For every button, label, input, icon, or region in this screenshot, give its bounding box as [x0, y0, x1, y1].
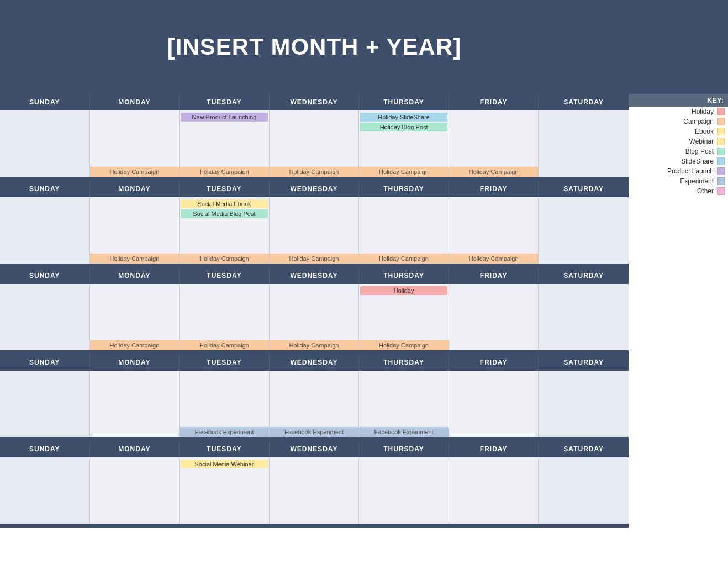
day-cell: Holiday Campaign: [449, 197, 539, 264]
campaign-bottom-bar: Holiday Campaign: [270, 167, 359, 177]
day-cell: Holiday Campaign: [270, 110, 360, 177]
key-color-swatch: [717, 118, 725, 125]
week-day-headers: SUNDAYMONDAYTUESDAYWEDNESDAYTHURSDAYFRID…: [0, 354, 629, 371]
day-cell: [0, 371, 90, 437]
day-cell: [0, 197, 90, 264]
day-header: TUESDAY: [180, 94, 270, 110]
key-item: Campaign: [629, 117, 728, 127]
event-tag: Social Media Ebook: [181, 199, 268, 208]
day-header: MONDAY: [90, 181, 180, 197]
day-cell: [539, 197, 629, 264]
day-header: FRIDAY: [449, 181, 539, 197]
day-cell: Facebook Experiment: [180, 371, 270, 437]
day-header: TUESDAY: [180, 181, 270, 197]
key-items: HolidayCampaignEbookWebinarBlog PostSlid…: [629, 107, 728, 528]
key-item: Holiday: [629, 107, 728, 117]
campaign-bottom-bar: Facebook Experiment: [359, 427, 449, 437]
campaign-bottom-bar: Holiday Campaign: [270, 340, 359, 350]
day-header: FRIDAY: [449, 94, 539, 110]
day-header: SATURDAY: [539, 94, 629, 110]
day-header: FRIDAY: [449, 354, 539, 371]
week-day-headers: SUNDAYMONDAYTUESDAYWEDNESDAYTHURSDAYFRID…: [0, 441, 629, 457]
week-row: Facebook ExperimentFacebook ExperimentFa…: [0, 371, 629, 439]
campaign-bottom-bar: Holiday Campaign: [90, 340, 180, 350]
day-header: MONDAY: [90, 441, 180, 457]
day-cell: [449, 284, 539, 350]
day-cell: Holiday Campaign: [270, 284, 360, 350]
day-header: SATURDAY: [539, 354, 629, 371]
day-header: SATURDAY: [539, 181, 629, 197]
campaign-bottom-bar: Holiday Campaign: [449, 254, 539, 264]
day-cell: Holiday Campaign: [90, 284, 180, 350]
day-header: THURSDAY: [359, 181, 449, 197]
day-header: SUNDAY: [0, 267, 90, 284]
day-cell: New Product LaunchingHoliday Campaign: [180, 110, 270, 177]
day-cell: Holiday SlideShareHoliday Blog PostHolid…: [359, 110, 449, 177]
day-header: FRIDAY: [449, 441, 539, 457]
day-cell: HolidayHoliday Campaign: [359, 284, 449, 350]
day-header: WEDNESDAY: [270, 267, 360, 284]
event-tag: New Product Launching: [181, 113, 268, 122]
day-header: THURSDAY: [359, 354, 449, 371]
day-cell: [0, 110, 90, 177]
key-color-swatch: [717, 167, 725, 175]
day-cell: Social Media EbookSocial Media Blog Post…: [180, 197, 270, 264]
key-item: Webinar: [629, 136, 728, 146]
day-header: WEDNESDAY: [270, 94, 360, 110]
day-cell: [539, 284, 629, 350]
key-item: Experiment: [629, 176, 728, 186]
week-divider: [0, 525, 629, 528]
page-title: [INSERT MONTH + YEAR]: [167, 34, 461, 60]
day-cell: [539, 457, 629, 524]
day-header: SATURDAY: [539, 441, 629, 457]
week-row: Holiday CampaignHoliday CampaignHoliday …: [0, 284, 629, 352]
key-color-swatch: [717, 128, 725, 135]
campaign-bottom-bar: Holiday Campaign: [180, 340, 269, 350]
day-header: THURSDAY: [359, 267, 449, 284]
key-color-swatch: [717, 187, 725, 195]
day-header: WEDNESDAY: [270, 441, 360, 457]
day-cell: Holiday Campaign: [90, 197, 180, 264]
event-tag: Social Media Webinar: [181, 460, 268, 468]
day-header: FRIDAY: [449, 267, 539, 284]
day-cell: Facebook Experiment: [270, 371, 360, 437]
day-header: TUESDAY: [180, 354, 270, 371]
event-tag: Holiday Blog Post: [360, 123, 447, 131]
cell-events: Holiday SlideShareHoliday Blog Post: [359, 110, 449, 167]
campaign-bottom-bar: Holiday Campaign: [180, 167, 269, 177]
day-cell: [539, 371, 629, 437]
week-row: Holiday CampaignNew Product LaunchingHol…: [0, 110, 629, 178]
day-header: MONDAY: [90, 354, 180, 371]
event-tag: Holiday SlideShare: [360, 113, 447, 122]
calendar-body: SUNDAYMONDAYTUESDAYWEDNESDAYTHURSDAYFRID…: [0, 94, 629, 528]
week-day-headers: SUNDAYMONDAYTUESDAYWEDNESDAYTHURSDAYFRID…: [0, 94, 629, 110]
day-cell: Holiday Campaign: [90, 110, 180, 177]
key-color-swatch: [717, 148, 725, 155]
campaign-bottom-bar: Holiday Campaign: [449, 167, 539, 177]
day-header: THURSDAY: [359, 441, 449, 457]
day-cell: [449, 457, 539, 524]
main-container: [INSERT MONTH + YEAR] SUNDAYMONDAYTUESDA…: [0, 0, 728, 528]
campaign-bottom-bar: Holiday Campaign: [359, 340, 449, 350]
day-header: WEDNESDAY: [270, 354, 360, 371]
key-color-swatch: [717, 138, 725, 145]
day-header: MONDAY: [90, 267, 180, 284]
day-cell: [90, 371, 180, 437]
day-cell: [0, 457, 90, 524]
key-color-swatch: [717, 157, 725, 165]
key-color-swatch: [717, 177, 725, 185]
campaign-bottom-bar: Holiday Campaign: [90, 167, 180, 177]
campaign-bottom-bar: Holiday Campaign: [90, 254, 180, 264]
day-cell: [0, 284, 90, 350]
week-day-headers: SUNDAYMONDAYTUESDAYWEDNESDAYTHURSDAYFRID…: [0, 267, 629, 284]
day-header: THURSDAY: [359, 94, 449, 110]
calendar-header: [INSERT MONTH + YEAR]: [0, 0, 629, 94]
key-header: KEY:: [629, 94, 728, 107]
cell-events: Social Media Webinar: [180, 457, 269, 524]
campaign-bottom-bar: Facebook Experiment: [180, 427, 269, 437]
day-header: SUNDAY: [0, 354, 90, 371]
campaign-bottom-bar: Holiday Campaign: [359, 254, 449, 264]
calendar-section: [INSERT MONTH + YEAR] SUNDAYMONDAYTUESDA…: [0, 0, 629, 528]
day-header: SUNDAY: [0, 181, 90, 197]
week-row: Holiday CampaignSocial Media EbookSocial…: [0, 197, 629, 265]
